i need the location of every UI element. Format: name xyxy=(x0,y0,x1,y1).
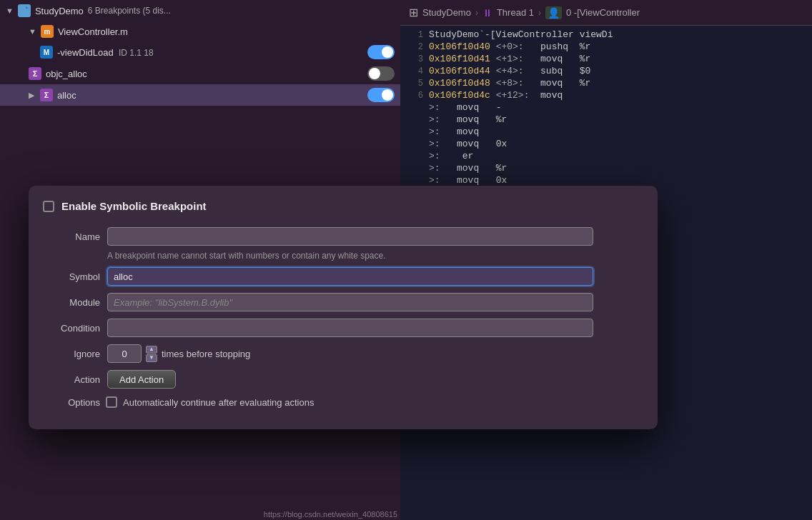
sigma-icon-alloc: Σ xyxy=(40,89,53,101)
code-line-er: >: er xyxy=(400,150,812,162)
code-line-10: >: movq 0x xyxy=(400,138,812,150)
ignore-input-wrapper: ▲ ▼ times before stopping xyxy=(107,344,250,363)
expand-arrow[interactable]: ▼ xyxy=(6,6,14,15)
code-line-7: >: movq - xyxy=(400,101,812,114)
group-header[interactable]: ▼ StudyDemo 6 Breakpoints (5 dis... xyxy=(0,0,400,21)
code-line-6: 6 0x106f10d4c <+12>: movq xyxy=(400,89,812,101)
breadcrumb-viewcontroller: 0 -[ViewController xyxy=(566,7,640,18)
action-row: Action Add Action xyxy=(29,366,658,392)
code-line-8: >: movq %r xyxy=(400,114,812,126)
expand-arrow-file[interactable]: ▼ xyxy=(29,27,36,36)
group-title: StudyDemo xyxy=(35,6,84,16)
alloc-expand-arrow[interactable]: ▶ xyxy=(29,91,34,100)
code-line-3: 3 0x106f10d41 <+1>: movq %r xyxy=(400,53,812,65)
module-row: Module xyxy=(29,289,658,315)
code-line-5: 5 0x106f10d48 <+8>: movq %r xyxy=(400,77,812,89)
breadcrumb-arrow-1: › xyxy=(475,8,478,18)
name-row: Name xyxy=(29,224,658,249)
code-line-11: >: movq %r xyxy=(400,162,812,174)
name-input[interactable] xyxy=(107,227,593,246)
symbolic-breakpoint-dialog: Enable Symbolic Breakpoint Name A breakp… xyxy=(29,186,658,429)
dialog-header: Enable Symbolic Breakpoint xyxy=(29,200,658,224)
options-checkbox[interactable] xyxy=(106,396,117,408)
file-label: ViewController.m xyxy=(58,26,395,37)
options-text: Automatically continue after evaluating … xyxy=(123,397,314,408)
code-line-2: 2 0x106f10d40 <+0>: pushq %r xyxy=(400,41,812,53)
symbol-input[interactable] xyxy=(107,267,593,286)
code-line-4: 4 0x106f10d44 <+4>: subq $0 xyxy=(400,65,812,77)
condition-row: Condition xyxy=(29,315,658,341)
studydemo-icon: ⊞ xyxy=(409,6,418,19)
code-line-1: 1 StudyDemo`-[ViewController viewDi xyxy=(400,29,812,41)
person-icon: 👤 xyxy=(545,6,562,19)
objcalloc-row[interactable]: Σ objc_alloc xyxy=(0,63,400,84)
name-hint: A breakpoint name cannot start with numb… xyxy=(93,249,658,264)
options-row: Options Automatically continue after eva… xyxy=(29,392,658,412)
group-subtitle: 6 Breakpoints (5 dis... xyxy=(88,6,171,16)
ignore-number-input[interactable] xyxy=(107,344,142,363)
watermark: https://blog.csdn.net/weixin_40808615 xyxy=(264,510,397,519)
code-line-12: >: movq 0x xyxy=(400,174,812,186)
file-row[interactable]: ▼ m ViewController.m xyxy=(0,21,400,41)
alloc-toggle[interactable] xyxy=(367,88,395,102)
enable-checkbox[interactable] xyxy=(43,201,54,212)
thread-icon: ⏸ xyxy=(482,7,492,19)
module-label: Module xyxy=(43,297,100,308)
times-label: times before stopping xyxy=(162,349,250,359)
breadcrumb-studydemo: StudyDemo xyxy=(422,7,471,18)
ignore-label: Ignore xyxy=(43,349,100,359)
ignore-row: Ignore ▲ ▼ times before stopping xyxy=(29,341,658,366)
objcalloc-label: objc_alloc xyxy=(46,69,363,79)
alloc-label: alloc xyxy=(57,90,363,101)
breadcrumb-thread: Thread 1 xyxy=(497,7,534,18)
right-header: ⊞ StudyDemo › ⏸ Thread 1 › 👤 0 -[ViewCon… xyxy=(400,0,812,26)
objcalloc-toggle[interactable] xyxy=(367,66,395,81)
ignore-stepper: ▲ ▼ xyxy=(146,346,157,362)
stepper-up[interactable]: ▲ xyxy=(146,346,157,354)
add-action-button[interactable]: Add Action xyxy=(107,370,176,389)
stepper-down[interactable]: ▼ xyxy=(146,354,157,362)
viewdidload-label: -viewDidLoad ID 1.1 18 xyxy=(57,47,363,58)
symbol-label: Symbol xyxy=(43,271,100,282)
alloc-row[interactable]: ▶ Σ alloc xyxy=(0,84,400,106)
action-label: Action xyxy=(43,374,100,385)
module-input[interactable] xyxy=(107,293,593,311)
file-icon xyxy=(18,4,31,17)
breakpoints-list: ▼ StudyDemo 6 Breakpoints (5 dis... ▼ m … xyxy=(0,0,400,106)
viewdidload-toggle[interactable] xyxy=(367,45,395,59)
name-label: Name xyxy=(43,231,100,242)
condition-label: Condition xyxy=(43,323,100,334)
code-line-9: >: movq xyxy=(400,126,812,138)
left-panel: ▼ StudyDemo 6 Breakpoints (5 dis... ▼ m … xyxy=(0,0,400,520)
breadcrumb-arrow-2: › xyxy=(538,8,541,18)
condition-input[interactable] xyxy=(107,319,593,337)
viewdidload-row[interactable]: M -viewDidLoad ID 1.1 18 xyxy=(0,41,400,63)
sigma-icon-objcalloc: Σ xyxy=(29,67,41,80)
symbol-row: Symbol xyxy=(29,264,658,289)
options-label: Options xyxy=(43,397,100,408)
dialog-title: Enable Symbolic Breakpoint xyxy=(61,200,207,212)
m-icon: m xyxy=(41,25,54,38)
method-icon: M xyxy=(40,46,53,59)
